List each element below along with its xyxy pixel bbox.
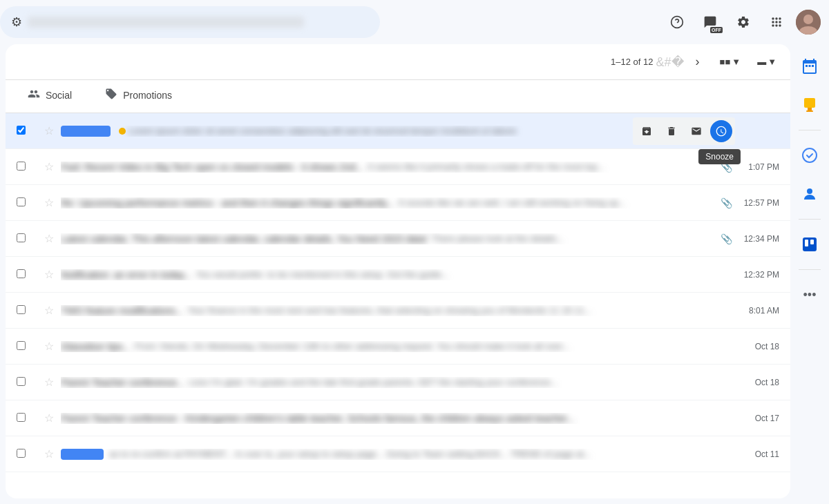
email-content: Parent Teacher conference... Less I'm gl… [61, 377, 738, 388]
checkbox-area [17, 125, 44, 137]
main-layout: 1–12 of 12 &#� › ■■ ▼ ▬ ▼ [0, 44, 829, 504]
checkbox-area [17, 448, 44, 461]
tab-social[interactable]: Social [11, 80, 88, 113]
table-row[interactable]: ☆ Latest calendar, This afternoon latest… [6, 221, 790, 257]
table-row[interactable]: ☆ Glassdoor tips... From: friends, On We… [6, 329, 790, 365]
sidebar-icon-trello[interactable] [793, 228, 826, 261]
checkbox-area [17, 233, 44, 245]
svg-rect-5 [806, 65, 808, 67]
sidebar-divider [799, 130, 821, 130]
email-meta: Oct 11 [738, 449, 779, 459]
email-checkbox[interactable] [17, 197, 26, 206]
svg-point-3 [803, 14, 813, 24]
checkbox-area [17, 269, 44, 281]
next-page-button[interactable]: › [687, 51, 709, 73]
email-preview: Less I'm glad. I'm grades and the late f… [189, 377, 558, 387]
table-row[interactable]: ☆ Lorem ipsum dolor sit amet consectetur… [6, 113, 790, 149]
email-checkbox[interactable] [17, 233, 26, 242]
snooze-tooltip: Snooze [698, 149, 741, 164]
email-checkbox[interactable] [17, 126, 26, 135]
avatar[interactable] [796, 10, 821, 35]
checkbox-area [17, 376, 44, 389]
table-row[interactable]: ☆ Parent Teacher conference... Less I'm … [6, 365, 790, 400]
settings-button[interactable] [730, 8, 757, 36]
email-preview: It sounds like we are well, I am still w… [399, 197, 626, 208]
archive-button[interactable] [636, 120, 658, 142]
attachment-icon: 📎 [721, 197, 732, 209]
star-area[interactable]: ☆ [44, 232, 61, 245]
email-checkbox[interactable] [17, 305, 26, 314]
email-subject: TWO feature modifications... [61, 305, 183, 316]
mark-unread-button[interactable] [685, 120, 707, 142]
svg-rect-15 [810, 240, 814, 244]
email-subject: Parent Teacher conference... [61, 377, 185, 388]
snooze-button[interactable] [710, 120, 732, 142]
star-area[interactable]: ☆ [44, 304, 61, 317]
tab-promotions-label: Promotions [123, 90, 172, 101]
dot-badge [119, 128, 126, 135]
sidebar-divider-3 [799, 269, 821, 270]
svg-rect-14 [805, 240, 808, 246]
star-area[interactable]: ☆ [44, 196, 61, 209]
email-meta: Oct 17 [738, 414, 779, 423]
svg-rect-8 [804, 98, 815, 108]
attachment-icon: 📎 [721, 233, 732, 244]
email-timestamp: 1:07 PM [738, 162, 779, 172]
sidebar-icon-calendar[interactable] [793, 50, 826, 83]
sidebar-icon-keep[interactable] [793, 88, 826, 122]
email-content: as to re-confirm at PAYMENT... In over t… [61, 449, 738, 460]
sender-badge [61, 449, 104, 460]
star-area[interactable]: ☆ [44, 447, 61, 461]
email-subject: Notification: an error in today... [61, 269, 192, 280]
table-row[interactable]: ☆ Re: Upcoming performance metrics - and… [6, 185, 790, 221]
category-tabs: Social Promotions [6, 80, 790, 113]
email-meta: 8:01 AM [738, 306, 779, 316]
table-row[interactable]: ☆ as to re-confirm at PAYMENT... In over… [6, 436, 790, 472]
table-row[interactable]: ☆ TWO feature modifications... Your fina… [6, 293, 790, 329]
email-timestamp: Oct 11 [738, 449, 779, 459]
email-checkbox[interactable] [17, 162, 26, 171]
apps-button[interactable] [763, 8, 790, 36]
email-content: TWO feature modifications... Your financ… [61, 305, 738, 316]
table-row[interactable]: ☆ Parent Teacher conference - Kindergart… [6, 400, 790, 436]
sidebar-icon-contacts[interactable] [793, 177, 826, 211]
help-button[interactable] [663, 8, 691, 36]
sender-badge [61, 126, 111, 137]
delete-button[interactable] [660, 120, 683, 142]
split-icon: ■■ [720, 57, 731, 67]
email-checkbox[interactable] [17, 413, 26, 422]
email-subject: Parent Teacher conference - Kindergarten… [61, 413, 575, 424]
table-row[interactable]: ☆ Notification: an error in today... You… [6, 257, 790, 293]
star-area[interactable]: ☆ [44, 124, 61, 137]
star-area[interactable]: ☆ [44, 268, 61, 281]
email-checkbox[interactable] [17, 449, 26, 458]
email-timestamp: 12:34 PM [738, 234, 779, 244]
email-checkbox[interactable] [17, 341, 26, 350]
star-area[interactable]: ☆ [44, 160, 61, 173]
email-preview: There please look at the details... [432, 233, 564, 244]
checkbox-area [17, 161, 44, 173]
email-checkbox[interactable] [17, 377, 26, 386]
star-area[interactable]: ☆ [44, 340, 61, 353]
email-timestamp: 12:32 PM [738, 270, 779, 280]
sidebar-icon-tasks[interactable] [793, 139, 826, 172]
star-area[interactable]: ☆ [44, 376, 61, 389]
chat-toggle-button[interactable]: OFF [696, 8, 724, 36]
pagination: 1–12 of 12 &#� › ■■ ▼ ▬ ▼ [611, 51, 782, 73]
view-split-button[interactable]: ■■ ▼ [714, 54, 747, 70]
tab-promotions[interactable]: Promotions [88, 80, 189, 113]
sidebar-divider-2 [799, 219, 821, 220]
prev-page-button[interactable]: &#� [659, 51, 681, 73]
email-timestamp: Oct 18 [738, 342, 779, 351]
tab-social-label: Social [46, 90, 72, 101]
svg-point-11 [803, 148, 817, 162]
search-bar[interactable]: ⚙︎ [0, 6, 380, 38]
more-dots: ••• [803, 288, 817, 302]
view-compact-button[interactable]: ▬ ▼ [752, 54, 782, 70]
checkbox-area [17, 304, 44, 317]
filter-icon[interactable]: ⚙︎ [11, 14, 22, 30]
email-checkbox[interactable] [17, 269, 26, 278]
table-row[interactable]: ☆ Fwd: Recent Video in Big Tech open vs … [6, 149, 790, 185]
sidebar-more-button[interactable]: ••• [793, 278, 826, 311]
star-area[interactable]: ☆ [44, 411, 61, 425]
